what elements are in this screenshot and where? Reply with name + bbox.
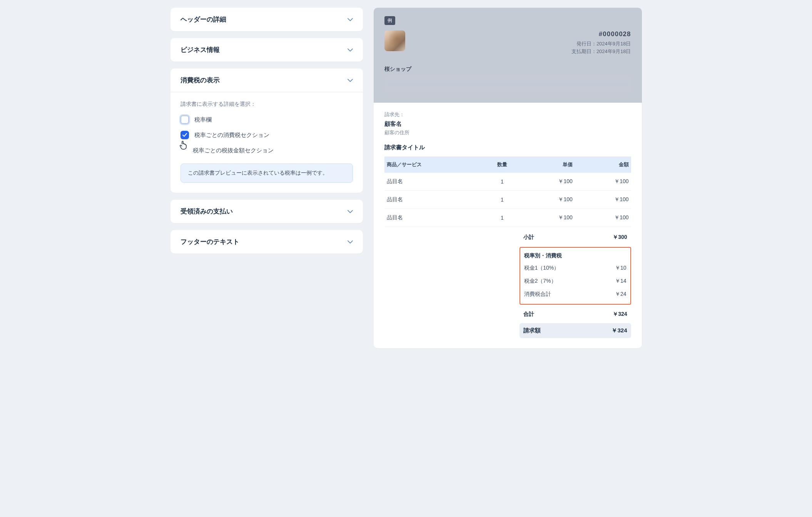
info-note: この請求書プレビューに表示されている税率は一例です。 [180,163,353,183]
invoice-number: #0000028 [571,30,631,38]
checkbox-tax-per-rate[interactable] [180,131,189,139]
tax-line: 税金2（7%） ￥14 [520,275,630,288]
checkbox-rate-column[interactable] [180,115,189,124]
section-tax-display-header[interactable]: 消費税の表示 [170,68,363,92]
section-title: ビジネス情報 [180,45,220,54]
chevron-down-icon [348,47,353,53]
redacted-address-block [384,76,631,97]
grand-total-row: 請求額 ￥324 [520,323,631,338]
total-row: 合計 ￥324 [520,308,631,321]
shop-name: 桜ショップ [384,66,631,73]
customer-address: 顧客の住所 [384,129,631,136]
tax-section-title: 税率別・消費税 [520,251,630,262]
chevron-down-icon [348,239,353,245]
checkbox-label: 税率ごとの消費税セクション [194,132,269,139]
bill-to-label: 請求先： [384,111,631,118]
chevron-down-icon [348,209,353,214]
section-title: 消費税の表示 [180,76,220,85]
section-business-info[interactable]: ビジネス情報 [170,38,363,62]
tax-line: 税金1（10%） ￥10 [520,262,630,275]
tax-line: 消費税合計 ￥24 [520,288,630,301]
issue-date: 発行日：2024年9月18日 [571,40,631,47]
example-badge: 例 [384,16,395,25]
table-row: 品目名 1 ￥100 ￥100 [384,209,631,227]
section-header-details[interactable]: ヘッダーの詳細 [170,8,363,31]
section-footer-text[interactable]: フッターのテキスト [170,230,363,253]
section-title: フッターのテキスト [180,237,239,246]
section-payments-received[interactable]: 受領済みの支払い [170,200,363,223]
subtotal-row: 小計 ￥300 [520,231,631,244]
section-tax-display: 消費税の表示 請求書に表示する詳細を選択： 税率欄 税率ごとの消費税セクション [170,68,363,193]
section-title: ヘッダーの詳細 [180,15,226,24]
chevron-down-icon [348,78,353,83]
shop-logo-image [384,30,405,51]
col-item: 商品／サービス [384,157,487,173]
table-row: 品目名 1 ￥100 ￥100 [384,173,631,191]
col-unit: 単価 [518,157,578,173]
due-date: 支払期日：2024年9月18日 [571,48,631,55]
chevron-down-icon [348,17,353,22]
checkbox-label: 税率欄 [194,116,212,123]
section-title: 受領済みの支払い [180,207,233,216]
items-table: 商品／サービス 数量 単価 金額 品目名 1 ￥100 ￥100 [384,157,631,227]
col-qty: 数量 [487,157,518,173]
table-row: 品目名 1 ￥100 ￥100 [384,191,631,209]
invoice-preview: 例 #0000028 発行日：2024年9月18日 支払期日：2024年9月18… [374,8,642,348]
col-amount: 金額 [578,157,631,173]
customer-name: 顧客名 [384,120,631,128]
tax-section-description: 請求書に表示する詳細を選択： [180,101,353,108]
checkbox-label: 税率ごとの税抜金額セクション [193,147,274,154]
invoice-title: 請求書タイトル [384,144,631,151]
tax-breakdown-box: 税率別・消費税 税金1（10%） ￥10 税金2（7%） ￥14 消費税合計 ￥… [520,247,631,305]
